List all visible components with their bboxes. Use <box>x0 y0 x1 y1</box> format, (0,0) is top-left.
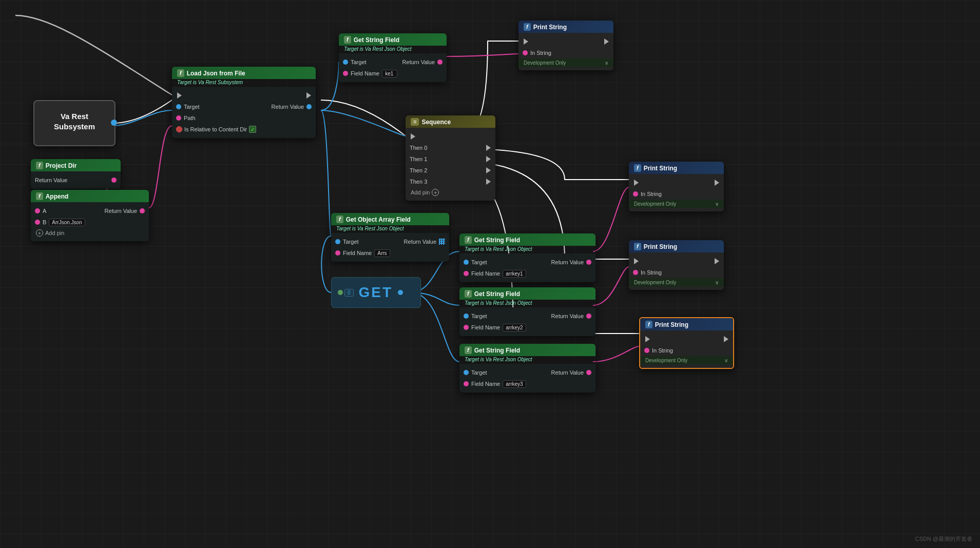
target-label-load: Target <box>184 104 200 110</box>
return-value-label-load: Return Value <box>272 104 304 110</box>
relative-checkbox[interactable]: ✓ <box>249 126 256 133</box>
return-pin-gs1[interactable] <box>437 60 443 65</box>
return-value-pin[interactable] <box>111 178 117 183</box>
target-input-pin[interactable] <box>176 104 181 109</box>
exec-out-p3[interactable] <box>714 258 720 264</box>
return-label-gs4: Return Value <box>551 369 584 376</box>
func-icon-p4: f <box>645 321 652 328</box>
target-row-goa: Target Return Value <box>331 236 449 247</box>
target-pin-gs2[interactable] <box>464 260 469 265</box>
exec-out-p1[interactable] <box>603 38 609 45</box>
b-value[interactable]: ArrJson.Json <box>49 219 85 226</box>
instr-label-p3: In String <box>641 269 662 276</box>
return-pin-goa[interactable] <box>439 239 445 245</box>
then1-pin[interactable] <box>485 156 491 162</box>
dev-chevron-p2[interactable]: ∨ <box>715 201 719 207</box>
target-pin-goa[interactable] <box>335 239 340 244</box>
field-value-goa[interactable]: Arrs <box>374 249 390 257</box>
target-pin-gs4[interactable] <box>464 370 469 375</box>
return-label-goa: Return Value <box>404 239 436 245</box>
exec-row-p2 <box>629 177 724 188</box>
field-pin-gs1[interactable] <box>343 71 348 76</box>
print-2-title: Print String <box>644 165 677 172</box>
print-4-body: In String Development Only ∨ <box>640 330 733 368</box>
get-str-4-header: f Get String Field <box>459 344 595 356</box>
exec-out-pin[interactable] <box>305 92 312 99</box>
exec-in-p3[interactable] <box>633 258 639 264</box>
get-exec-pin[interactable] <box>338 290 343 295</box>
relative-pin[interactable] <box>176 126 182 132</box>
field-pin-gs3[interactable] <box>464 325 469 330</box>
dev-chevron-p1[interactable]: ∨ <box>605 60 608 66</box>
path-pin[interactable] <box>176 115 181 121</box>
exec-in-p1[interactable] <box>523 38 529 45</box>
instr-row-p2: In String <box>629 188 724 200</box>
print-string-4-node: f Print String In String Development Onl… <box>639 317 734 369</box>
field-label-gs2: Field Name <box>471 270 500 277</box>
sequence-title: Sequence <box>421 119 451 126</box>
append-node: f Append A Return Value B ArrJson.Json +… <box>31 190 149 241</box>
get-str-3-body: Target Return Value Field Name arrkey2 <box>459 307 595 336</box>
add-pin-seq[interactable]: Add pin + <box>406 187 495 198</box>
get-str-3-header: f Get String Field <box>459 287 595 300</box>
return-label-gs3: Return Value <box>551 313 584 319</box>
dev-chevron-p4[interactable]: ∨ <box>724 358 728 363</box>
return-value-pin-load[interactable] <box>306 104 312 109</box>
then3-pin[interactable] <box>485 179 491 185</box>
field-pin-gs4[interactable] <box>464 381 469 386</box>
get-str-1-title: Get String Field <box>354 36 399 44</box>
then2-pin[interactable] <box>485 167 491 173</box>
then0-pin[interactable] <box>485 145 491 151</box>
project-dir-header: f Project Dir <box>31 159 121 171</box>
get-str-2-body: Target Return Value Field Name arrkey1 <box>459 253 595 282</box>
add-pin-append[interactable]: + Add pin <box>31 228 149 238</box>
func-icon-p2: f <box>634 164 641 172</box>
instr-pin-p1[interactable] <box>523 50 528 55</box>
field-row-goa: Field Name Arrs <box>331 247 449 259</box>
get-str-3-title: Get String Field <box>474 290 520 298</box>
exec-in-p2[interactable] <box>633 180 639 186</box>
func-icon-p1: f <box>524 23 531 31</box>
load-json-subtitle: Target is Va Rest Subsystem <box>172 79 316 87</box>
return-pin-gs4[interactable] <box>586 370 591 375</box>
func-icon-gs1: f <box>344 36 351 44</box>
a-input-pin[interactable] <box>35 208 40 213</box>
index-value[interactable]: 0 <box>344 289 354 297</box>
instr-pin-p2[interactable] <box>633 191 638 197</box>
target-row-gs2: Target Return Value <box>459 257 595 268</box>
exec-in-p4[interactable] <box>644 336 650 342</box>
exec-out-p2[interactable] <box>714 180 720 186</box>
return-pin-gs3[interactable] <box>586 314 591 319</box>
get-output-pin[interactable] <box>398 290 403 295</box>
dev-only-p3: Development Only ∨ <box>629 278 724 287</box>
get-str-2-title: Get String Field <box>474 237 520 244</box>
print-1-header: f Print String <box>518 21 613 33</box>
exec-in-pin[interactable] <box>176 92 182 99</box>
field-pin-gs2[interactable] <box>464 271 469 276</box>
instr-pin-p3[interactable] <box>633 270 638 275</box>
then1-row: Then 1 <box>406 153 495 165</box>
instr-pin-p4[interactable] <box>644 348 649 353</box>
exec-out-p4[interactable] <box>723 336 729 342</box>
relative-label: Is Relative to Content Dir <box>184 126 247 132</box>
field-pin-goa[interactable] <box>335 250 340 256</box>
b-input-pin[interactable] <box>35 220 40 225</box>
subsystem-output-pin[interactable] <box>111 120 117 126</box>
return-pin-gs2[interactable] <box>586 260 591 265</box>
field-value-gs2[interactable]: arrkey1 <box>503 270 526 278</box>
return-value-pin-append[interactable] <box>140 208 145 213</box>
field-value-gs4[interactable]: arrkey3 <box>503 380 526 388</box>
dev-chevron-p3[interactable]: ∨ <box>715 280 719 285</box>
target-pin-gs1[interactable] <box>343 60 348 65</box>
target-pin-gs3[interactable] <box>464 314 469 319</box>
subsystem-title: Va Rest Subsystem <box>47 111 102 131</box>
get-obj-arr-header: f Get Object Array Field <box>331 213 449 225</box>
field-value-gs1[interactable]: ke1 <box>382 70 397 77</box>
exec-in-seq[interactable] <box>410 133 416 140</box>
field-row-gs1: Field Name ke1 <box>339 68 447 79</box>
then0-label: Then 0 <box>410 145 427 151</box>
then3-label: Then 3 <box>410 179 427 185</box>
field-value-gs3[interactable]: arrkey2 <box>503 324 526 331</box>
get-label: GET <box>359 284 393 301</box>
load-json-title: Load Json from File <box>187 70 245 77</box>
